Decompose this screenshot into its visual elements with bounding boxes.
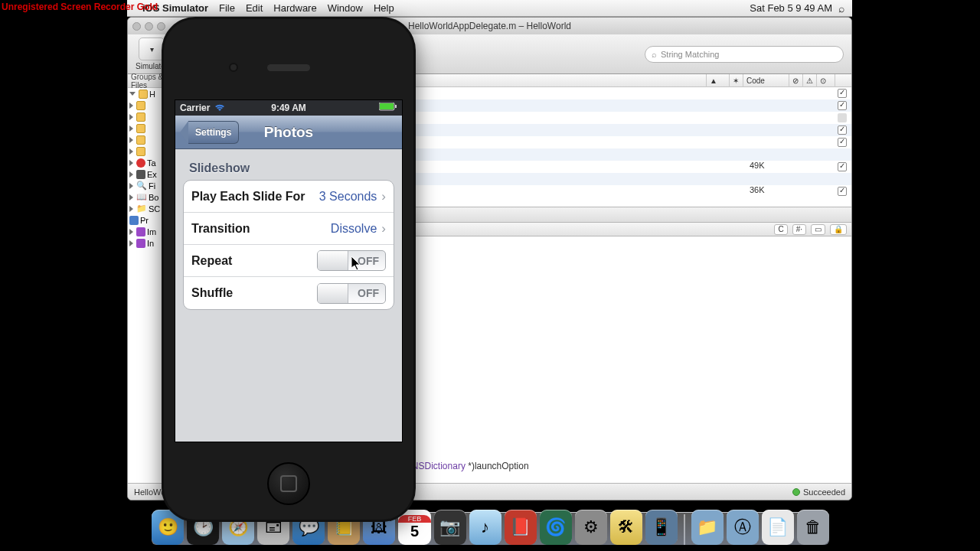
dock-xcode-icon[interactable]: 🛠 xyxy=(610,510,642,545)
home-button[interactable] xyxy=(267,462,310,505)
window-zoom-button[interactable] xyxy=(157,22,165,31)
nav-title: Photos xyxy=(264,124,313,141)
ios-simulator-device: Carrier 9:49 AM Settings Photos Slidesho… xyxy=(162,17,416,522)
osx-menubar: iOS Simulator File Edit Hardware Window … xyxy=(127,0,852,17)
ios-clock: 9:49 AM xyxy=(253,103,325,113)
dock-simulator-icon[interactable]: 📱 xyxy=(645,510,678,545)
window-minimize-button[interactable] xyxy=(145,22,153,31)
dock-applications-icon[interactable]: Ⓐ xyxy=(727,510,759,545)
ios-nav-bar: Settings Photos xyxy=(175,116,402,149)
ios-status-bar: Carrier 9:49 AM xyxy=(175,100,402,116)
settings-group: Play Each Slide For 3 Seconds › Transiti… xyxy=(183,180,394,310)
svg-rect-6 xyxy=(380,103,394,109)
battery-icon xyxy=(379,103,397,111)
ios-screen: Carrier 9:49 AM Settings Photos Slidesho… xyxy=(175,99,403,442)
shuffle-switch[interactable]: OFF xyxy=(317,283,386,304)
chevron-right-icon: › xyxy=(381,189,386,204)
search-icon: ⌕ xyxy=(652,50,657,59)
dock-separator xyxy=(684,514,685,545)
dock-timemachine-icon[interactable]: 🌀 xyxy=(540,510,572,545)
wifi-icon xyxy=(214,104,225,112)
menubar-clock: Sat Feb 5 9 49 AM xyxy=(750,2,832,14)
build-success-icon xyxy=(792,488,800,496)
dock-documents-icon[interactable]: 📁 xyxy=(691,510,724,545)
dock-trash-icon[interactable]: 🗑 xyxy=(797,510,829,545)
window-close-button[interactable] xyxy=(132,22,141,31)
row-shuffle: Shuffle OFF xyxy=(184,277,394,309)
menu-hardware[interactable]: Hardware xyxy=(273,2,316,14)
repeat-switch[interactable]: OFF xyxy=(317,250,386,271)
section-header: Slideshow xyxy=(189,161,394,175)
dock-sysprefs-icon[interactable]: ⚙ xyxy=(575,510,607,545)
dock-downloads-icon[interactable]: 📄 xyxy=(762,510,794,545)
toolbar-search-field[interactable]: ⌕ String Matching xyxy=(645,46,844,63)
row-transition[interactable]: Transition Dissolve › xyxy=(184,213,394,245)
svg-rect-7 xyxy=(395,105,397,108)
back-button[interactable]: Settings xyxy=(180,121,239,144)
recorder-watermark: Unregistered Screen Recorder Gold xyxy=(0,0,159,14)
chevron-right-icon: › xyxy=(381,221,386,236)
menu-help[interactable]: Help xyxy=(374,2,394,14)
phone-camera xyxy=(229,63,238,72)
search-placeholder: String Matching xyxy=(661,50,719,59)
dock-notes-icon[interactable]: 📕 xyxy=(505,510,537,545)
menu-window[interactable]: Window xyxy=(328,2,363,14)
menu-file[interactable]: File xyxy=(219,2,235,14)
row-play-each-slide[interactable]: Play Each Slide For 3 Seconds › xyxy=(184,181,394,213)
spotlight-icon[interactable]: ⌕ xyxy=(838,2,844,15)
dock-photobooth-icon[interactable]: 📷 xyxy=(434,510,466,545)
row-repeat: Repeat OFF xyxy=(184,245,394,277)
settings-content[interactable]: Slideshow Play Each Slide For 3 Seconds … xyxy=(175,149,402,316)
dock-ical-icon[interactable]: FEB5 xyxy=(398,510,430,545)
menu-edit[interactable]: Edit xyxy=(246,2,263,14)
xcode-title: HelloWorldAppDelegate.m – HelloWorld xyxy=(408,21,571,31)
dock-itunes-icon[interactable]: ♪ xyxy=(469,510,501,545)
phone-speaker xyxy=(267,64,310,71)
status-build: Succeeded xyxy=(803,487,845,497)
